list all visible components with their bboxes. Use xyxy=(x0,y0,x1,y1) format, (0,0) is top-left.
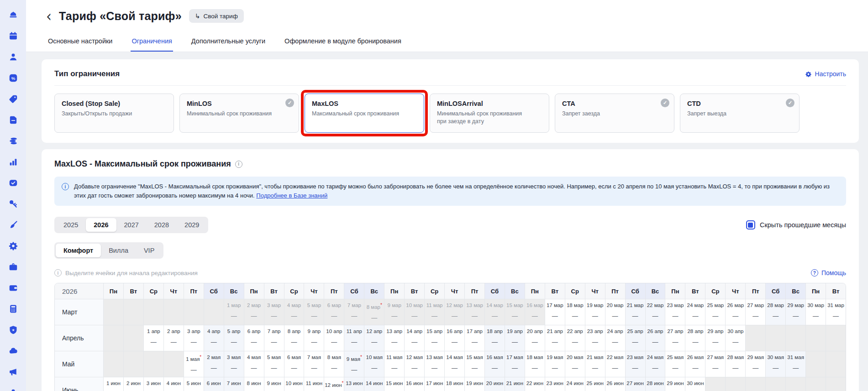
date-cell[interactable]: 7 мар— xyxy=(344,299,364,325)
date-cell[interactable]: 22 мар— xyxy=(645,299,665,325)
date-cell[interactable]: 27 мар— xyxy=(745,299,765,325)
sidebar-item-broom[interactable] xyxy=(8,220,18,230)
sidebar-item-briefcase[interactable] xyxy=(8,262,18,272)
sidebar-item-shield[interactable]: ★ xyxy=(8,325,18,335)
date-cell[interactable]: 23 июн— xyxy=(545,377,565,391)
tab-extra-services[interactable]: Дополнительные услуги xyxy=(190,33,266,52)
date-cell[interactable]: 24 мая— xyxy=(645,351,665,377)
date-cell[interactable]: 3 мая— xyxy=(224,351,244,377)
sidebar-item-megaphone[interactable] xyxy=(8,367,18,377)
date-cell[interactable]: 14 мар— xyxy=(484,299,505,325)
date-cell[interactable]: 18 мар— xyxy=(565,299,585,325)
date-cell[interactable]: 7 апр— xyxy=(264,325,284,351)
date-cell[interactable]: 29 мар— xyxy=(785,299,805,325)
date-cell[interactable]: 17 мая— xyxy=(505,351,525,377)
date-cell[interactable]: 3 апр— xyxy=(184,325,204,351)
date-cell[interactable]: 30 мая— xyxy=(765,351,785,377)
back-button[interactable]: ‹ xyxy=(46,9,52,23)
date-cell[interactable]: 9 апр— xyxy=(304,325,324,351)
sidebar-item-tag[interactable] xyxy=(8,94,18,104)
date-cell[interactable]: 9 июн— xyxy=(264,377,284,391)
restriction-card-closed[interactable]: Closed (Stop Sale)Закрыть/Открыть продаж… xyxy=(54,94,174,133)
date-cell[interactable]: 25 мар— xyxy=(705,299,725,325)
date-cell[interactable]: 18 мая— xyxy=(525,351,545,377)
date-cell[interactable]: 25 июн— xyxy=(585,377,605,391)
restriction-card-minlosarrival[interactable]: MinLOSArrivalМинимальный срок проживания… xyxy=(430,94,549,133)
sidebar-item-wallet[interactable] xyxy=(8,283,18,293)
date-cell[interactable]: 17 июн— xyxy=(424,377,444,391)
date-cell[interactable]: 20 мар— xyxy=(605,299,625,325)
date-cell[interactable]: 11 апр— xyxy=(344,325,364,351)
date-cell[interactable]: 13 мая— xyxy=(424,351,444,377)
sidebar-item-keys[interactable] xyxy=(8,199,18,209)
date-cell[interactable]: 27 июн— xyxy=(625,377,645,391)
date-cell[interactable]: 26 июн— xyxy=(605,377,625,391)
date-cell[interactable]: 28 апр— xyxy=(685,325,705,351)
year-tab-2028[interactable]: 2028 xyxy=(147,218,177,232)
date-cell[interactable]: 15 июн— xyxy=(384,377,404,391)
date-cell[interactable]: 30 июн— xyxy=(685,377,705,391)
sidebar-item-user[interactable] xyxy=(8,52,18,62)
date-cell[interactable]: 4 мая— xyxy=(244,351,264,377)
sidebar-item-coins[interactable] xyxy=(8,136,18,146)
knowledge-base-link[interactable]: Подробнее в Базе знаний xyxy=(256,192,327,199)
date-cell[interactable]: 22 мая— xyxy=(605,351,625,377)
date-cell[interactable]: 13 мар— xyxy=(464,299,484,325)
sidebar-item-cloud[interactable] xyxy=(8,346,18,356)
room-tab-villa[interactable]: Вилла xyxy=(101,244,136,257)
restriction-card-minlos[interactable]: MinLOSМинимальный срок проживания✓ xyxy=(179,94,299,133)
date-cell[interactable]: 28 мар— xyxy=(765,299,785,325)
date-cell[interactable]: 6 июн— xyxy=(204,377,224,391)
configure-button[interactable]: Настроить xyxy=(805,70,846,78)
date-cell[interactable]: 28 мая— xyxy=(725,351,745,377)
date-cell[interactable]: 20 мая— xyxy=(565,351,585,377)
date-cell[interactable]: 9 мая*— xyxy=(344,351,364,377)
date-cell[interactable]: 1 апр— xyxy=(143,325,163,351)
date-cell[interactable]: 11 мая— xyxy=(384,351,404,377)
date-cell[interactable]: 4 апр— xyxy=(204,325,224,351)
date-cell[interactable]: 1 июн— xyxy=(103,377,123,391)
date-cell[interactable]: 8 апр— xyxy=(284,325,304,351)
date-cell[interactable]: 17 мар— xyxy=(545,299,565,325)
help-link[interactable]: ? Помощь xyxy=(811,269,846,276)
date-cell[interactable]: 12 мая— xyxy=(404,351,424,377)
date-cell[interactable]: 22 июн— xyxy=(525,377,545,391)
date-cell[interactable]: 25 мая— xyxy=(665,351,685,377)
date-cell[interactable]: 13 июн— xyxy=(344,377,364,391)
date-cell[interactable]: 21 июн— xyxy=(505,377,525,391)
date-cell[interactable]: 2 мар— xyxy=(244,299,264,325)
date-cell[interactable]: 8 мар*— xyxy=(364,299,384,325)
date-cell[interactable]: 21 мая— xyxy=(585,351,605,377)
hide-past-checkbox[interactable]: Скрыть прошедшие месяцы xyxy=(746,220,846,229)
date-cell[interactable]: 29 июн— xyxy=(665,377,685,391)
tab-main-settings[interactable]: Основные настройки xyxy=(47,33,113,52)
date-cell[interactable]: 21 апр— xyxy=(545,325,565,351)
room-tab-vip[interactable]: VIP xyxy=(136,244,162,257)
date-cell[interactable]: 1 мар— xyxy=(224,299,244,325)
sidebar-item-calculator[interactable] xyxy=(8,304,18,314)
date-cell[interactable]: 18 апр— xyxy=(484,325,505,351)
date-cell[interactable]: 25 апр— xyxy=(625,325,645,351)
sidebar-item-check-badge[interactable] xyxy=(8,178,18,188)
date-cell[interactable]: 14 апр— xyxy=(404,325,424,351)
date-cell[interactable]: 2 мая— xyxy=(204,351,224,377)
date-cell[interactable]: 2 апр— xyxy=(163,325,184,351)
date-cell[interactable]: 5 апр— xyxy=(224,325,244,351)
date-cell[interactable]: 26 мая— xyxy=(685,351,705,377)
date-cell[interactable]: 4 мар— xyxy=(284,299,304,325)
date-cell[interactable]: 9 мар— xyxy=(384,299,404,325)
tab-restrictions[interactable]: Ограничения xyxy=(131,33,173,52)
date-cell[interactable]: 19 мая— xyxy=(545,351,565,377)
date-cell[interactable]: 21 мар— xyxy=(625,299,645,325)
sidebar-item-invoice[interactable] xyxy=(8,115,18,125)
info-icon[interactable]: i xyxy=(235,161,242,168)
date-cell[interactable]: 24 июн— xyxy=(565,377,585,391)
room-tab-komfort[interactable]: Комфорт xyxy=(56,244,101,257)
date-cell[interactable]: 23 апр— xyxy=(585,325,605,351)
date-cell[interactable]: 30 апр— xyxy=(725,325,745,351)
date-cell[interactable]: 5 июн— xyxy=(184,377,204,391)
year-tab-2027[interactable]: 2027 xyxy=(116,218,147,232)
date-cell[interactable]: 14 июн— xyxy=(364,377,384,391)
date-cell[interactable]: 12 мар— xyxy=(444,299,464,325)
year-tab-2029[interactable]: 2029 xyxy=(177,218,207,232)
